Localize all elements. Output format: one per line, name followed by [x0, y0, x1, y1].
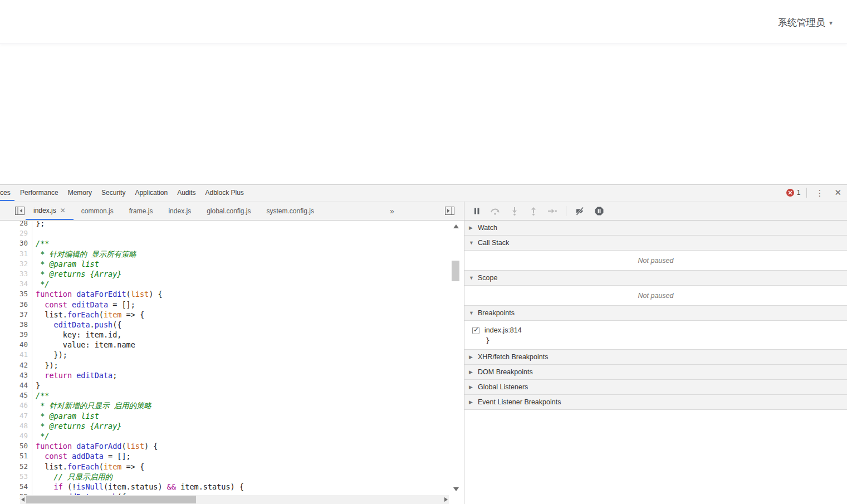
- code-line[interactable]: key: item.id,: [33, 330, 451, 340]
- code-line[interactable]: });: [33, 350, 451, 360]
- line-number[interactable]: 31: [0, 249, 32, 259]
- tab-sources-partial[interactable]: ces: [0, 185, 11, 200]
- file-tab-index-js[interactable]: index.js✕: [26, 202, 74, 220]
- close-icon[interactable]: ✕: [832, 188, 844, 198]
- file-tab-common-js[interactable]: common.js: [74, 202, 121, 220]
- line-number[interactable]: 51: [0, 451, 32, 461]
- editor-horizontal-scrollbar[interactable]: [20, 495, 449, 504]
- code-line[interactable]: list.forEach(item => {: [33, 462, 451, 472]
- line-number[interactable]: 44: [0, 380, 32, 390]
- code-line[interactable]: value: item.name: [33, 340, 451, 350]
- file-tab-frame-js[interactable]: frame.js: [121, 202, 161, 220]
- tab-adblock-plus[interactable]: Adblock Plus: [205, 185, 243, 200]
- section-header-scope[interactable]: ▼Scope: [464, 271, 847, 286]
- tab-application[interactable]: Application: [135, 185, 168, 200]
- line-number[interactable]: 39: [0, 330, 32, 340]
- pause-on-exceptions-icon[interactable]: [594, 206, 604, 216]
- code-line[interactable]: function dataForEdit(list) {: [33, 289, 451, 299]
- scroll-right-arrow-icon[interactable]: [444, 497, 448, 502]
- more-tabs-chevron-icon[interactable]: »: [390, 202, 394, 220]
- code-line[interactable]: /**: [33, 238, 451, 248]
- code-line[interactable]: * @param list: [33, 411, 451, 421]
- breakpoint-location[interactable]: index.js:814: [484, 326, 522, 334]
- editor-vertical-scrollbar[interactable]: [451, 221, 461, 496]
- scroll-up-arrow-icon[interactable]: [453, 224, 459, 228]
- code-line[interactable]: [33, 228, 451, 238]
- breakpoint-checkbox[interactable]: ✓: [472, 327, 479, 334]
- line-number[interactable]: 40: [0, 340, 32, 350]
- line-number[interactable]: 36: [0, 300, 32, 310]
- code-line[interactable]: */: [33, 431, 451, 441]
- tab-performance[interactable]: Performance: [20, 185, 58, 200]
- line-number[interactable]: 30: [0, 238, 32, 248]
- line-number[interactable]: 29: [0, 228, 32, 238]
- section-header-global-listeners[interactable]: ▶Global Listeners: [464, 380, 847, 395]
- line-number[interactable]: 28: [0, 221, 32, 228]
- pause-icon[interactable]: [471, 206, 482, 216]
- code-line[interactable]: if (!isNull(item.status) && item.status)…: [33, 482, 451, 492]
- breakpoint-snippet[interactable]: }: [472, 336, 847, 346]
- tab-memory[interactable]: Memory: [68, 185, 92, 200]
- section-header-breakpoints[interactable]: ▼Breakpoints: [464, 306, 847, 321]
- line-number[interactable]: 41: [0, 350, 32, 360]
- section-header-dom-breakpoints[interactable]: ▶DOM Breakpoints: [464, 365, 847, 380]
- step-over-icon[interactable]: [490, 206, 501, 216]
- line-number[interactable]: 47: [0, 411, 32, 421]
- code-line[interactable]: * 针对编辑的 显示所有策略: [33, 249, 451, 259]
- line-number[interactable]: 32: [0, 259, 32, 269]
- file-tab-system-config-js[interactable]: system.config.js: [259, 202, 322, 220]
- code-line[interactable]: const editData = [];: [33, 300, 451, 310]
- code-line[interactable]: * @param list: [33, 259, 451, 269]
- editor-code-pane[interactable]: };/** * 针对编辑的 显示所有策略 * @param list * @re…: [33, 221, 451, 504]
- line-number[interactable]: 46: [0, 400, 32, 410]
- line-number[interactable]: 45: [0, 390, 32, 400]
- code-line[interactable]: // 只显示启用的: [33, 472, 451, 482]
- line-number[interactable]: 37: [0, 310, 32, 320]
- line-number[interactable]: 52: [0, 462, 32, 472]
- section-header-xhr-fetch-breakpoints[interactable]: ▶XHR/fetch Breakpoints: [464, 350, 847, 365]
- tab-security[interactable]: Security: [101, 185, 125, 200]
- scroll-left-arrow-icon[interactable]: [21, 497, 25, 502]
- section-header-event-listener-breakpoints[interactable]: ▶Event Listener Breakpoints: [464, 395, 847, 410]
- code-line[interactable]: });: [33, 360, 451, 370]
- section-header-watch[interactable]: ▶Watch: [464, 221, 847, 236]
- code-line[interactable]: };: [33, 221, 451, 228]
- code-line[interactable]: * @returns {Array}: [33, 421, 451, 431]
- vertical-scroll-thumb[interactable]: [452, 261, 459, 281]
- deactivate-breakpoints-icon[interactable]: [575, 206, 585, 216]
- code-line[interactable]: editData.push({: [33, 320, 451, 330]
- line-number[interactable]: 38: [0, 320, 32, 330]
- code-line[interactable]: }: [33, 380, 451, 390]
- scroll-down-arrow-icon[interactable]: [453, 487, 459, 491]
- user-menu[interactable]: 系统管理员 ▾: [778, 16, 833, 29]
- code-line[interactable]: /**: [33, 390, 451, 400]
- panel-toggle-icon[interactable]: [445, 207, 454, 215]
- code-line[interactable]: list.forEach(item => {: [33, 310, 451, 320]
- horizontal-scroll-thumb[interactable]: [26, 496, 196, 503]
- tab-audits[interactable]: Audits: [177, 185, 195, 200]
- line-number[interactable]: 48: [0, 421, 32, 431]
- code-line[interactable]: const addData = [];: [33, 451, 451, 461]
- line-number[interactable]: 34: [0, 279, 32, 289]
- code-line[interactable]: function dataForAdd(list) {: [33, 441, 451, 451]
- tab-close-icon[interactable]: ✕: [60, 207, 66, 214]
- line-number[interactable]: 43: [0, 370, 32, 380]
- file-tab-global-config-js[interactable]: global.config.js: [199, 202, 258, 220]
- navigator-toggle-icon[interactable]: [15, 207, 25, 215]
- line-number[interactable]: 50: [0, 441, 32, 451]
- line-number[interactable]: 33: [0, 269, 32, 279]
- more-vertical-icon[interactable]: ⋮: [813, 189, 826, 197]
- line-number[interactable]: 35: [0, 289, 32, 299]
- step-into-icon[interactable]: [509, 206, 520, 216]
- editor-gutter[interactable]: 2829303132333435363738394041424344454647…: [0, 221, 32, 504]
- step-out-icon[interactable]: [528, 206, 538, 216]
- line-number[interactable]: 53: [0, 472, 32, 482]
- code-line[interactable]: */: [33, 279, 451, 289]
- code-line[interactable]: * 针对新增的只显示 启用的策略: [33, 400, 451, 410]
- file-tab-index-js[interactable]: index.js: [160, 202, 199, 220]
- line-number[interactable]: 49: [0, 431, 32, 441]
- line-number[interactable]: 42: [0, 360, 32, 370]
- line-number[interactable]: 54: [0, 482, 32, 492]
- section-header-call-stack[interactable]: ▼Call Stack: [464, 236, 847, 251]
- error-badge[interactable]: 1: [786, 189, 801, 197]
